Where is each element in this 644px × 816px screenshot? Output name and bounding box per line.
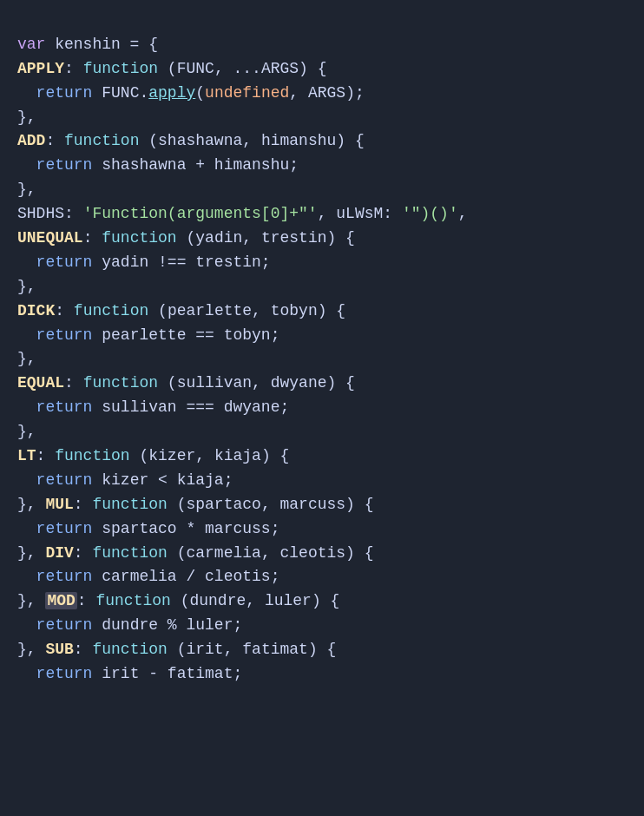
line-apply-def: APPLY: function (FUNC, ...ARGS) { — [17, 60, 327, 77]
line-unequal-body: return yadin !== trestin; — [17, 253, 271, 271]
line-equal-body: return sullivan === dwyane; — [17, 398, 289, 416]
line-mul-def: }, MUL: function (spartaco, marcuss) { — [17, 496, 374, 513]
line-div-def: }, DIV: function (carmelia, cleotis) { — [17, 544, 374, 562]
line-sub-body: return irit - fatimat; — [17, 665, 242, 682]
line-mul-body: return spartaco * marcuss; — [17, 520, 279, 537]
line-equal-def: EQUAL: function (sullivan, dwyane) { — [17, 374, 355, 392]
line-lt-def: LT: function (kizer, kiaja) { — [17, 447, 289, 464]
line-unequal-def: UNEQUAL: function (yadin, trestin) { — [17, 229, 355, 247]
line-add-close: }, — [17, 181, 36, 198]
line-var: var kenshin = { — [17, 36, 158, 53]
line-div-body: return carmelia / cleotis; — [17, 568, 279, 585]
line-add-def: ADD: function (shashawna, himanshu) { — [17, 132, 365, 149]
line-unequal-close: }, — [17, 278, 36, 295]
line-apply-close: }, — [17, 109, 36, 126]
line-mod-def: }, MOD: function (dundre, luler) { — [17, 592, 339, 609]
line-apply-body: return FUNC.apply(undefined, ARGS); — [17, 84, 365, 102]
line-add-body: return shashawna + himanshu; — [17, 156, 299, 174]
code-editor: var kenshin = { APPLY: function (FUNC, .… — [17, 9, 627, 687]
line-shdhs: SHDHS: 'Function(arguments[0]+"', uLWsM:… — [17, 205, 468, 222]
line-mod-body: return dundre % luler; — [17, 616, 242, 634]
line-dick-def: DICK: function (pearlette, tobyn) { — [17, 302, 345, 319]
line-equal-close: }, — [17, 423, 36, 440]
line-sub-def: }, SUB: function (irit, fatimat) { — [17, 641, 336, 658]
line-dick-body: return pearlette == tobyn; — [17, 326, 279, 344]
line-lt-body: return kizer < kiaja; — [17, 471, 233, 489]
line-dick-close: }, — [17, 350, 36, 367]
